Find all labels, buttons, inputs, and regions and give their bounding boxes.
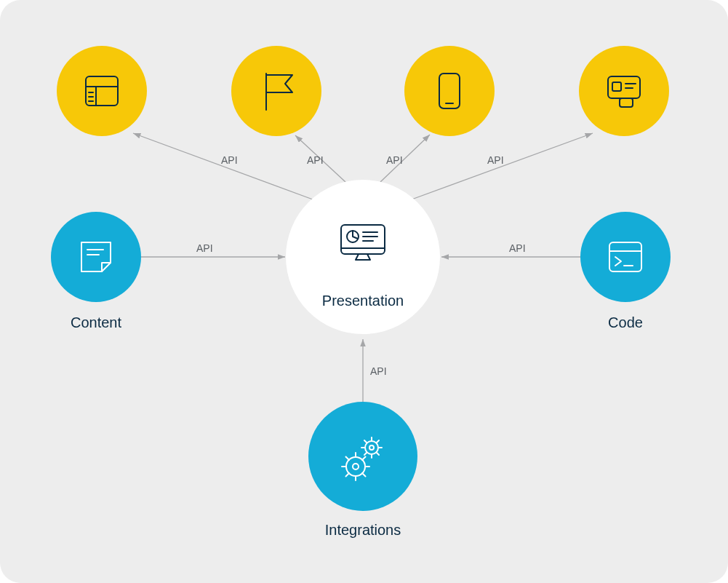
architecture-diagram: API API API API API API API — [0, 0, 728, 583]
api-label-top2: API — [307, 154, 324, 166]
code-node — [580, 212, 671, 302]
diagram-canvas: API API API API API API API — [0, 0, 728, 583]
channel-node-flag — [231, 46, 321, 136]
arrow-to-channel-4 — [412, 133, 593, 199]
code-label: Code — [608, 314, 643, 330]
api-label-top3: API — [386, 154, 403, 166]
api-label-right: API — [509, 242, 526, 254]
api-label-top1: API — [221, 154, 238, 166]
presentation-node — [286, 180, 440, 334]
content-label: Content — [71, 314, 121, 330]
api-label-top4: API — [487, 154, 504, 166]
presentation-label: Presentation — [322, 293, 404, 309]
channel-node-kiosk — [579, 46, 669, 136]
arrow-to-channel-1 — [133, 133, 313, 199]
channel-node-layout — [57, 46, 147, 136]
content-node — [51, 212, 141, 302]
channel-node-mobile — [404, 46, 495, 136]
integrations-node — [308, 402, 417, 511]
api-label-left: API — [196, 242, 213, 254]
integrations-label: Integrations — [325, 522, 401, 538]
api-label-bottom: API — [370, 365, 387, 377]
